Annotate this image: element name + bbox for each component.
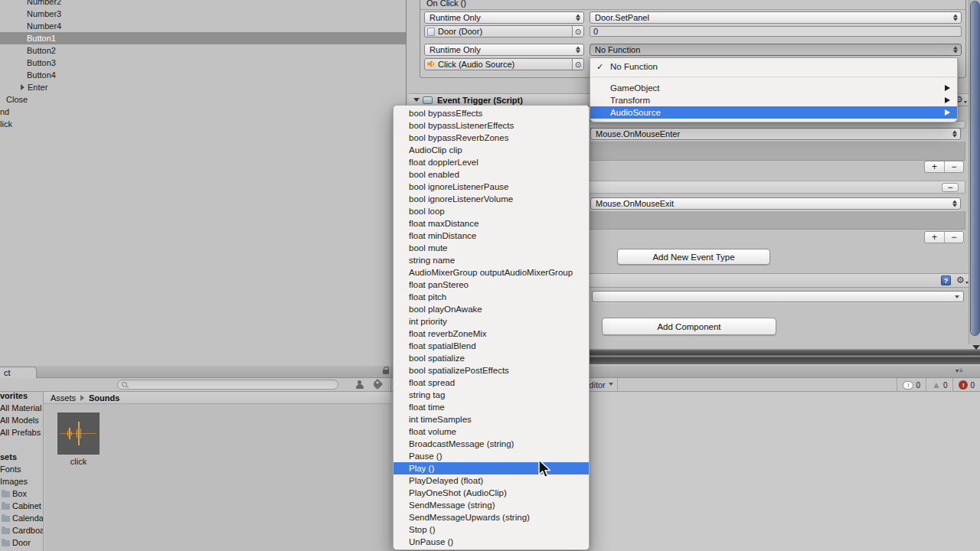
hierarchy-item[interactable]: Number4	[0, 20, 406, 32]
menu-item[interactable]: AudioMixerGroup outputAudioMixerGroup	[394, 266, 589, 279]
menu-item[interactable]: bool loop	[394, 205, 589, 217]
info-counter[interactable]: ! 0	[897, 378, 926, 392]
menu-item[interactable]: bool spatialize	[394, 352, 589, 364]
remove-callback-button[interactable]: −	[944, 161, 963, 172]
sidebar-item[interactable]: All Prefabs	[0, 426, 43, 439]
tab-project[interactable]: ct	[0, 367, 37, 378]
menu-item[interactable]: bool bypassListenerEffects	[394, 119, 589, 132]
object-picker-icon[interactable]: ⊙	[572, 59, 583, 70]
menu-item[interactable]: int timeSamples	[394, 413, 589, 425]
menu-item[interactable]: float reverbZoneMix	[394, 328, 589, 340]
event-function-dropdown-1[interactable]: Door.SetPanel	[590, 11, 962, 24]
asset-tile-click[interactable]: click	[57, 412, 100, 466]
menu-item[interactable]: AudioClip clip	[394, 144, 589, 156]
foldout-triangle-icon[interactable]	[413, 98, 420, 102]
help-icon[interactable]: ?	[941, 276, 951, 285]
event-argument-field-1[interactable]: 0	[590, 26, 962, 37]
menu-item[interactable]: float spread	[394, 377, 589, 389]
menu-item[interactable]: float volume	[394, 425, 589, 438]
event-type-dropdown-2[interactable]: Mouse.OnMouseExit	[590, 197, 961, 210]
menu-item[interactable]: bool ignoreListenerPause	[394, 181, 589, 193]
menu-item[interactable]: bool bypassReverbZones	[394, 132, 589, 144]
menu-item[interactable]: float maxDistance	[394, 217, 589, 230]
breadcrumb-current[interactable]: Sounds	[89, 393, 119, 403]
event-mode-dropdown-1[interactable]: Runtime Only	[424, 11, 584, 24]
hierarchy-item[interactable]: Close	[0, 93, 406, 106]
event-target-field-1[interactable]: Door (Door) ⊙	[424, 25, 584, 37]
sidebar-item[interactable]: Calendar	[0, 512, 43, 524]
expand-arrow-icon[interactable]	[21, 84, 24, 90]
menu-item[interactable]: float minDistance	[394, 230, 589, 242]
search-input[interactable]	[117, 380, 338, 390]
scrollbar-thumb[interactable]	[970, 1, 980, 336]
add-callback-button[interactable]: +	[925, 161, 944, 172]
sidebar-item[interactable]: Cabinet	[0, 500, 43, 512]
hierarchy-item[interactable]: Enter	[0, 81, 406, 93]
menu-item[interactable]: float panStereo	[394, 279, 589, 291]
sidebar-item[interactable]: All Material	[0, 402, 43, 414]
menu-item[interactable]: bool playOnAwake	[394, 303, 589, 315]
event-target-field-2[interactable]: Click (Audio Source) ⊙	[424, 58, 584, 70]
hierarchy-item[interactable]: Button3	[0, 57, 406, 69]
menu-item[interactable]: bool spatializePostEffects	[394, 364, 589, 377]
menu-item[interactable]: GameObject	[590, 82, 957, 94]
menu-item[interactable]: float time	[394, 401, 589, 413]
menu-item[interactable]: Play ()	[394, 462, 589, 474]
menu-item[interactable]: int priority	[394, 315, 589, 328]
sidebar-item[interactable]: All Models	[0, 414, 43, 426]
warning-counter[interactable]: ▲ 0	[926, 378, 952, 392]
hierarchy-item[interactable]: lick	[0, 118, 406, 130]
menu-item[interactable]: ✓No Function	[590, 60, 957, 73]
menu-item[interactable]: bool enabled	[394, 168, 589, 181]
component-gear-button[interactable]: ⚙	[956, 276, 969, 285]
sidebar-item[interactable]: Box	[0, 487, 43, 500]
sidebar-item[interactable]: Cardboa	[0, 524, 43, 536]
panel-menu-icon[interactable]: ▾≡	[956, 367, 964, 374]
scrollbar-down-arrow[interactable]	[972, 345, 980, 350]
hierarchy-item[interactable]: Button2	[0, 44, 406, 57]
menu-item[interactable]: Pause ()	[394, 450, 589, 462]
menu-item[interactable]: UnPause ()	[394, 536, 589, 548]
lock-icon[interactable]	[383, 370, 389, 374]
filter-by-label-icon[interactable]	[372, 379, 383, 390]
shader-dropdown[interactable]	[592, 291, 964, 302]
audio-waveform-thumbnail[interactable]	[57, 412, 100, 455]
menu-item[interactable]: SendMessageUpwards (string)	[394, 511, 589, 523]
sidebar-item[interactable]: Fonts	[0, 463, 43, 475]
menu-item[interactable]: float spatialBlend	[394, 340, 589, 352]
menu-item[interactable]: float pitch	[394, 291, 589, 303]
menu-item[interactable]: bool ignoreListenerVolume	[394, 193, 589, 205]
sidebar-item[interactable]: vorites	[0, 392, 43, 402]
hierarchy-item[interactable]: Button1	[0, 32, 406, 44]
inspector-scrollbar[interactable]	[969, 0, 980, 344]
hierarchy-item[interactable]: nd	[0, 106, 406, 118]
menu-item[interactable]: bool mute	[394, 242, 589, 254]
breadcrumb-root[interactable]: Assets	[51, 393, 76, 403]
event-function-dropdown-2[interactable]: No Function	[590, 44, 962, 56]
menu-item[interactable]: AudioSource	[590, 106, 957, 119]
add-new-event-type-button[interactable]: Add New Event Type	[617, 249, 770, 265]
sidebar-item[interactable]: sets	[0, 451, 43, 463]
error-counter[interactable]: ! 0	[952, 378, 980, 392]
sidebar-item[interactable]: Images	[0, 475, 43, 487]
menu-item[interactable]: string tag	[394, 389, 589, 401]
hierarchy-item[interactable]: Number3	[0, 8, 406, 20]
object-picker-icon[interactable]: ⊙	[572, 26, 583, 37]
menu-item[interactable]: Transform	[590, 94, 957, 106]
event-type-dropdown-1[interactable]: Mouse.OnMouseEnter	[590, 128, 961, 140]
menu-item[interactable]: string name	[394, 254, 589, 266]
menu-item[interactable]: PlayDelayed (float)	[394, 474, 589, 487]
menu-item[interactable]: float dopplerLevel	[394, 156, 589, 168]
hierarchy-item[interactable]: Button4	[0, 69, 406, 81]
menu-item[interactable]: Stop ()	[394, 523, 589, 536]
menu-item[interactable]: BroadcastMessage (string)	[394, 438, 589, 450]
hierarchy-item[interactable]: Number2	[0, 0, 406, 8]
sidebar-item[interactable]: Door	[0, 536, 43, 549]
menu-item[interactable]: SendMessage (string)	[394, 499, 589, 511]
add-component-button[interactable]: Add Component	[602, 318, 776, 335]
event-mode-dropdown-2[interactable]: Runtime Only	[424, 44, 584, 56]
filter-by-type-icon[interactable]	[355, 380, 365, 389]
remove-event-button[interactable]: −	[942, 183, 959, 192]
remove-callback-button[interactable]: −	[944, 232, 963, 243]
menu-item[interactable]: bool bypassEffects	[394, 107, 589, 119]
